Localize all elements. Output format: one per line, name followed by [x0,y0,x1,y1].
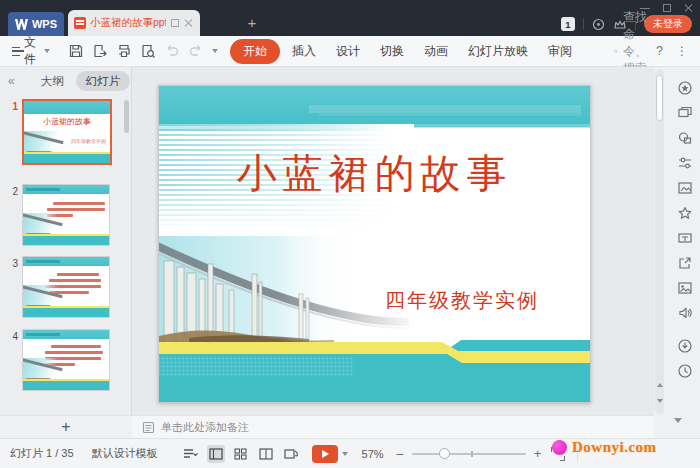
watermark-dot [552,440,567,455]
slide-number: 3 [6,258,18,269]
zoom-level[interactable]: 57% [362,448,384,460]
more-options-icon[interactable]: ⋮ [676,44,688,58]
slide-sorter-icon[interactable] [232,445,250,463]
thumb-bottom-band [23,379,109,390]
maximize-button[interactable] [662,3,672,13]
wps-logo-icon [15,19,28,30]
menu-icon [12,47,20,56]
thumb-title: 小蓝裙的故事 [24,116,110,127]
tab-slides[interactable]: 幻灯片 [76,71,131,91]
redo-icon[interactable] [188,43,204,59]
shapes-icon[interactable] [677,125,693,150]
audio-icon[interactable] [677,300,693,325]
slide-title[interactable]: 小蓝裙的故事 [159,146,590,201]
tab-design[interactable]: 设计 [326,40,370,63]
adjust-settings-icon[interactable] [677,150,693,175]
export-icon[interactable] [92,43,108,59]
reading-view-icon[interactable] [257,445,275,463]
wps-label: WPS [32,18,57,30]
ribbon-right-controls: ? ⋮ [656,44,700,58]
new-tab-button[interactable]: + [243,13,261,31]
history-icon[interactable] [677,358,693,383]
scrollbar-thumb[interactable] [656,75,663,121]
play-options-icon[interactable] [342,452,348,456]
watermark-text: Downyi.com [572,439,657,456]
favorites-star-icon[interactable] [677,200,693,225]
downyi-watermark: Downyi.com [552,439,657,456]
thumb-teal-band [24,101,110,114]
next-slide-button[interactable] [655,397,665,405]
tab-slideshow[interactable]: 幻灯片放映 [458,40,538,63]
display-switch-icon[interactable] [282,445,300,463]
right-toolbar [654,67,700,438]
slide-canvas[interactable]: 小蓝裙的故事 四年级教学实例 [132,67,654,415]
document-tab[interactable]: 小蓝裙的故事ppt课件.ppt [68,10,200,36]
zoom-slider[interactable] [412,453,526,455]
wps-menu-button[interactable]: WPS [8,12,64,36]
thumb-teal-band [23,185,109,194]
search-icon [614,45,618,58]
titlebar: WPS 小蓝裙的故事ppt课件.ppt + 1 未登录 [0,0,700,36]
tab-window-icon[interactable] [170,18,180,28]
zoom-in-button[interactable]: + [534,446,542,461]
slide-number: 4 [6,331,18,342]
beautify-icon[interactable] [677,75,693,100]
tab-transition[interactable]: 切换 [370,40,414,63]
thumbnail-preview[interactable] [22,256,110,318]
normal-view-icon[interactable] [207,445,225,463]
canvas-scrollbar[interactable] [655,69,664,414]
design-template-name[interactable]: 默认设计模板 [92,446,158,461]
download-icon[interactable] [677,333,693,358]
tab-insert[interactable]: 插入 [282,40,326,63]
undo-icon[interactable] [164,43,180,59]
tab-review[interactable]: 审阅 [538,40,582,63]
thumb-teal-band [23,330,109,339]
zoom-detent [471,451,473,457]
zoom-out-button[interactable]: − [396,446,404,462]
textbox-icon[interactable] [677,225,693,250]
tab-close-icon[interactable] [184,18,194,28]
slide-number: 1 [6,101,18,112]
collapse-panel-button[interactable]: « [8,74,15,88]
thumbnail-scrollbar[interactable] [124,100,129,133]
print-icon[interactable] [116,43,132,59]
chevron-down-icon [44,49,50,53]
print-preview-icon[interactable] [140,43,156,59]
current-slide[interactable]: 小蓝裙的故事 四年级教学实例 [158,85,591,403]
notes-icon [142,421,155,434]
side-tools [671,75,699,383]
play-slideshow-button[interactable] [312,445,338,463]
slide-layout-icon[interactable] [677,100,693,125]
thumb-subtitle: 四年级教学实例 [71,138,106,144]
thumbnail-preview[interactable] [22,329,110,391]
notes-placeholder: 单击此处添加备注 [161,420,249,435]
slide-subtitle[interactable]: 四年级教学实例 [385,287,539,314]
file-menu-button[interactable]: 文件 [12,34,50,68]
notes-toggle-icon[interactable] [182,445,200,463]
save-icon[interactable] [68,43,84,59]
stable-mode-badge[interactable]: 1 [561,17,575,31]
qat-more-icon[interactable] [212,49,218,53]
help-button[interactable]: ? [656,44,663,58]
image-icon[interactable] [677,275,693,300]
close-button[interactable] [684,3,694,13]
template-icon[interactable] [677,175,693,200]
thumbnail-preview[interactable] [22,184,110,246]
notes-bar[interactable]: 单击此处添加备注 [132,415,654,438]
slide-panel: « 大纲 幻灯片 1 小蓝裙的故事 四年级教学实例 2 [0,67,132,415]
thumbnail-list: 1 小蓝裙的故事 四年级教学实例 2 [0,95,132,392]
tab-outline[interactable]: 大纲 [41,74,64,89]
previous-slide-button[interactable] [655,381,665,389]
zoom-slider-thumb[interactable] [439,448,450,459]
notification-icon[interactable] [592,18,605,31]
thumbnail-preview[interactable]: 小蓝裙的故事 四年级教学实例 [22,99,112,165]
ppt-file-icon [74,17,86,29]
slide-number: 2 [6,186,18,197]
share-icon[interactable] [677,250,693,275]
tab-home[interactable]: 开始 [230,39,280,64]
tab-animation[interactable]: 动画 [414,40,458,63]
view-switcher [182,445,300,463]
slide-panel-header: « 大纲 幻灯片 [0,67,131,95]
add-slide-button[interactable]: + [61,418,70,436]
file-menu-label: 文件 [24,34,40,68]
